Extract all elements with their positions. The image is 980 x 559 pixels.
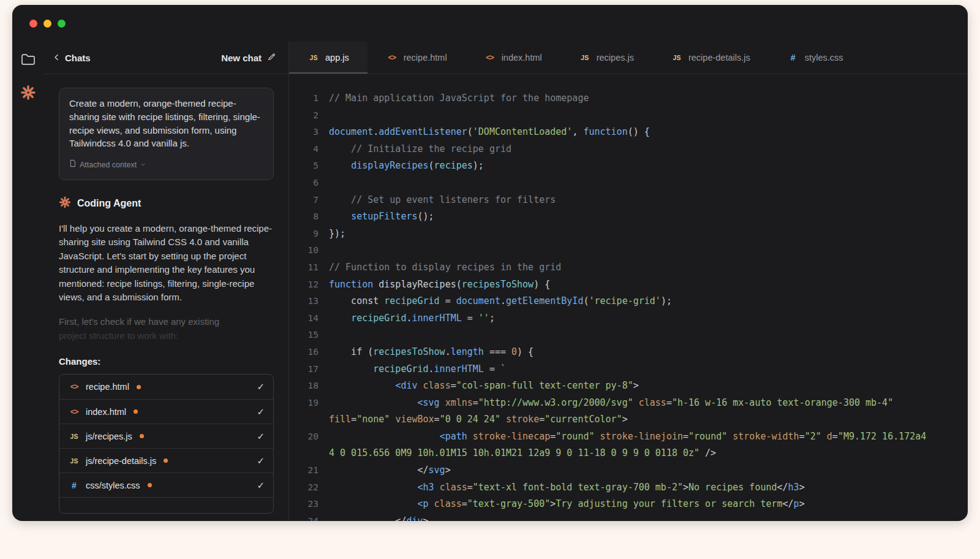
accept-check-icon[interactable]: ✓ <box>257 406 265 417</box>
line-number: 22 <box>289 479 318 496</box>
changes-file-row[interactable]: JSjs/recipes.js✓ <box>59 424 273 448</box>
line-number: 19 <box>289 395 318 412</box>
coding-agent-panel-button[interactable] <box>19 85 37 103</box>
css-file-icon: # <box>787 53 799 63</box>
tab-app.js[interactable]: JSapp.js <box>289 42 368 74</box>
modified-dot <box>134 409 138 414</box>
code-line: 9}); <box>289 226 968 243</box>
user-message-card: Create a modern, orange-themed recipe-sh… <box>59 88 274 180</box>
line-number: 17 <box>289 361 318 378</box>
code-line: 19 <svg xmlns="http://www.w3.org/2000/sv… <box>289 395 968 412</box>
js-file-icon: JS <box>307 54 320 61</box>
line-number: 7 <box>289 192 318 209</box>
agent-flower-icon <box>20 85 36 103</box>
html-file-icon: <> <box>68 408 80 416</box>
accept-check-icon[interactable]: ✓ <box>257 381 265 392</box>
file-name: recipe.html <box>86 382 129 392</box>
code-editor[interactable]: 1// Main application JavaScript for the … <box>289 74 968 521</box>
folder-icon <box>21 53 36 68</box>
line-number: 18 <box>289 378 318 395</box>
tab-recipe-details.js[interactable]: JSrecipe-details.js <box>652 42 769 74</box>
pencil-icon <box>267 52 276 63</box>
css-file-icon: # <box>68 481 80 490</box>
tab-label: recipes.js <box>597 53 634 63</box>
chats-back-button[interactable]: Chats <box>53 53 91 63</box>
code-line: 11// Function to display recipes in the … <box>289 259 968 276</box>
code-line: 5 displayRecipes(recipes); <box>289 158 968 175</box>
code-line: 6 <box>289 175 968 192</box>
modified-dot <box>137 385 141 389</box>
line-number: 10 <box>289 242 318 259</box>
user-message-text: Create a modern, orange-themed recipe-sh… <box>69 97 263 150</box>
icon-rail <box>12 42 44 521</box>
file-name: css/styles.css <box>86 481 140 490</box>
code-line: 16 if (recipesToShow.length === 0) { <box>289 344 968 361</box>
title-bar <box>12 5 968 42</box>
new-chat-button[interactable]: New chat <box>221 52 276 63</box>
code-line: fill="none" viewBox="0 0 24 24" stroke="… <box>289 411 968 428</box>
changes-file-list: <>recipe.html✓<>index.html✓JSjs/recipes.… <box>59 374 274 514</box>
changes-file-row[interactable]: <>index.html✓ <box>59 399 273 424</box>
modified-dot <box>164 458 168 463</box>
line-number: 20 <box>289 428 318 446</box>
main-area: Chats New chat Create a modern, orange-t… <box>12 42 968 521</box>
tab-recipe.html[interactable]: <>recipe.html <box>368 42 466 74</box>
chat-panel: Chats New chat Create a modern, orange-t… <box>44 42 289 521</box>
tab-recipes.js[interactable]: JSrecipes.js <box>560 42 652 74</box>
changes-file-row[interactable]: JSjs/recipe-details.js✓ <box>59 448 273 473</box>
html-file-icon: <> <box>68 382 80 391</box>
js-file-icon: JS <box>68 433 80 440</box>
agent-flower-icon <box>59 196 71 211</box>
agent-header: Coding Agent <box>59 196 274 211</box>
code-line: 8 setupFilters(); <box>289 208 968 226</box>
code-line: 3document.addEventListener('DOMContentLo… <box>289 124 968 141</box>
minimize-button[interactable] <box>43 20 51 28</box>
line-number: 3 <box>289 124 318 141</box>
changes-heading: Changes: <box>59 356 274 367</box>
line-number: 15 <box>289 327 318 344</box>
close-button[interactable] <box>29 20 37 28</box>
chat-header: Chats New chat <box>44 42 288 74</box>
code-line: 15 <box>289 327 968 344</box>
code-line: 4 0 015.656 0M9 10h.01M15 10h.01M21 12a9… <box>289 445 968 462</box>
attachment-icon <box>69 159 76 172</box>
line-number: 9 <box>289 226 318 243</box>
code-line: 4 // Initialize the recipe grid <box>289 141 968 158</box>
tab-label: app.js <box>325 53 349 63</box>
editor-pane: JSapp.js<>recipe.html<>index.htmlJSrecip… <box>289 42 968 521</box>
project-files-button[interactable] <box>19 51 37 70</box>
code-line: 2 <box>289 107 968 124</box>
attached-context-toggle[interactable]: Attached context <box>69 159 263 172</box>
code-line: 23 <p class="text-gray-500">Try adjustin… <box>289 496 968 513</box>
accept-check-icon[interactable]: ✓ <box>257 431 265 442</box>
new-chat-label: New chat <box>221 53 262 63</box>
tab-label: recipe-details.js <box>688 53 750 63</box>
file-name: js/recipes.js <box>86 432 132 441</box>
line-number: 16 <box>289 344 318 361</box>
agent-message: I'll help you create a modern, orange-th… <box>59 222 274 304</box>
file-name: index.html <box>86 407 126 417</box>
accept-check-icon[interactable]: ✓ <box>257 455 265 466</box>
accept-check-icon[interactable]: ✓ <box>257 480 265 491</box>
js-file-icon: JS <box>579 54 591 61</box>
tab-index.html[interactable]: <>index.html <box>466 42 560 74</box>
tab-label: index.html <box>502 53 542 63</box>
faded-line-1: First, let's check if we have any existi… <box>59 315 274 329</box>
changes-file-row[interactable]: #css/styles.css✓ <box>59 473 273 497</box>
chat-scroll-area[interactable]: Create a modern, orange-themed recipe-sh… <box>44 74 288 521</box>
line-number: 1 <box>289 90 318 107</box>
app-window: Chats New chat Create a modern, orange-t… <box>12 5 968 521</box>
zoom-button[interactable] <box>58 20 66 28</box>
code-line: 12function displayRecipes(recipesToShow)… <box>289 276 968 294</box>
changes-file-row[interactable]: <>recipe.html✓ <box>59 375 273 399</box>
modified-dot <box>148 483 152 487</box>
line-number: 14 <box>289 310 318 327</box>
line-number <box>289 411 318 428</box>
line-number: 13 <box>289 293 318 310</box>
faded-line-2: project structure to work with: <box>59 329 274 343</box>
modified-dot <box>140 434 144 438</box>
tab-styles.css[interactable]: #styles.css <box>769 42 862 74</box>
code-line: 7 // Set up event listeners for filters <box>289 192 968 209</box>
code-line: 21 </svg> <box>289 462 968 479</box>
line-number: 6 <box>289 175 318 192</box>
